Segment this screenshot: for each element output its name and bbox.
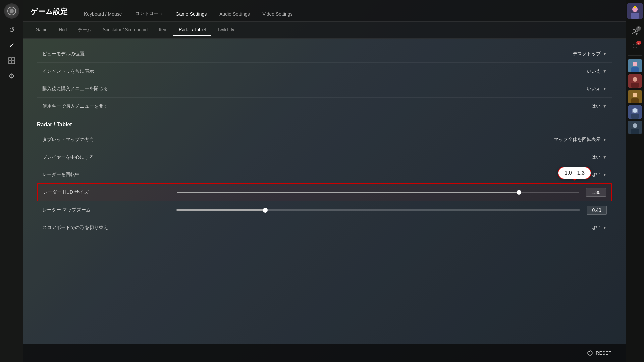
chevron-down-icon-2: ▼ (603, 69, 607, 74)
reset-label: RESET (596, 350, 611, 356)
tab-video-settings[interactable]: Video Settings (257, 11, 299, 21)
dropdown-tablet-map-direction[interactable]: マップ全体を回転表示 ▼ (554, 137, 607, 143)
svg-rect-24 (631, 114, 639, 119)
gear-sidebar-icon[interactable]: ⚙ (5, 70, 18, 82)
label-radar-hud-size: レーダー HUD サイズ (43, 189, 170, 195)
label-rotate-radar: レーダーを回転中 (42, 172, 591, 178)
dropdown-rotate-radar[interactable]: はい ▼ (591, 172, 607, 178)
players-icon[interactable]: 6 (628, 26, 642, 38)
svg-rect-4 (9, 61, 11, 64)
setting-close-buy-menu: 購入後に購入メニューを閉じる いいえ ▼ (37, 80, 612, 98)
right-sidebar: 6 ? (626, 0, 644, 362)
slider-track-zoom[interactable] (176, 209, 580, 211)
svg-point-12 (634, 45, 636, 47)
label-view-model-position: ビューモデルの位置 (42, 51, 573, 57)
chevron-down-icon-8: ▼ (603, 225, 607, 230)
svg-rect-28 (631, 129, 639, 134)
subtab-item[interactable]: Item (154, 24, 173, 36)
tab-audio-settings[interactable]: Audio Settings (213, 11, 256, 21)
tooltip-balloon: 1.0—1.3 (558, 167, 591, 179)
dropdown-open-buy-menu-key[interactable]: はい ▼ (591, 103, 607, 109)
question-badge: ? (636, 41, 641, 45)
subtab-radar[interactable]: Radar / Tablet (173, 24, 211, 36)
slider-track-hud[interactable] (177, 192, 579, 193)
slider-thumb-zoom[interactable] (263, 208, 268, 213)
slider-track-area-hud (170, 192, 586, 193)
svg-rect-25 (632, 109, 638, 113)
svg-rect-8 (631, 13, 639, 19)
svg-rect-3 (12, 58, 15, 60)
chevron-down-icon-3: ▼ (603, 86, 607, 91)
inventory-sidebar-icon[interactable] (5, 54, 18, 67)
avatar-player-3[interactable] (628, 90, 642, 103)
slider-fill-zoom (176, 209, 265, 211)
svg-rect-21 (631, 98, 639, 103)
chevron-down-icon-7: ▼ (603, 172, 607, 177)
subtab-twitch[interactable]: Twitch.tv (212, 24, 240, 36)
label-scoreboard-shape: スコアボードでの形を切り替え (42, 225, 591, 231)
slider-fill-hud (177, 192, 519, 193)
setting-rotate-radar: レーダーを回転中 はい ▼ (37, 166, 612, 183)
avatar-player-5[interactable] (628, 121, 642, 134)
svg-point-10 (633, 29, 636, 32)
slider-track-area-zoom (170, 209, 587, 211)
tab-keyboard-mouse[interactable]: Keyboard / Mouse (78, 11, 128, 21)
setting-scoreboard-shape: スコアボードでの形を切り替え はい ▼ (37, 219, 612, 236)
svg-rect-18 (631, 83, 639, 88)
check-sidebar-icon[interactable]: ✓ (5, 39, 18, 52)
tab-game-settings[interactable]: Game Settings (170, 11, 213, 21)
chevron-down-icon: ▼ (603, 52, 607, 56)
reset-button[interactable]: RESET (583, 347, 615, 359)
players-count-badge: 6 (636, 26, 641, 31)
sidebar-divider-2 (628, 55, 642, 56)
chevron-down-icon-4: ▼ (603, 104, 607, 109)
app-logo[interactable] (4, 3, 19, 19)
settings-gear-icon[interactable]: ? (628, 40, 642, 52)
chevron-down-icon-5: ▼ (603, 137, 607, 142)
avatar-player-1[interactable] (628, 59, 642, 72)
slider-thumb-hud[interactable] (517, 190, 521, 195)
svg-point-17 (633, 77, 637, 82)
label-close-buy-menu: 購入後に購入メニューを閉じる (42, 86, 587, 92)
setting-radar-hud-size: レーダー HUD サイズ 1.30 1.0—1.3 (37, 183, 612, 201)
sidebar-divider-1 (628, 22, 642, 22)
bottom-bar: RESET (23, 344, 626, 362)
settings-content: ビューモデルの位置 デスクトップ ▼ インベントリを常に表示 いいえ ▼ 購入後… (23, 39, 626, 344)
svg-point-27 (633, 123, 637, 128)
tab-controller[interactable]: コントローラ (129, 11, 169, 21)
sub-nav: Game Hud チーム Spectator / Scoreboard Item… (23, 22, 626, 39)
setting-inventory-always-show: インベントリを常に表示 いいえ ▼ (37, 63, 612, 80)
subtab-spectator[interactable]: Spectator / Scoreboard (97, 24, 153, 36)
reset-icon (587, 350, 593, 356)
avatar-player-4[interactable] (628, 105, 642, 119)
avatar-player-2[interactable] (628, 74, 642, 88)
dropdown-scoreboard-shape[interactable]: はい ▼ (591, 225, 607, 231)
svg-rect-2 (9, 58, 11, 60)
top-nav: ゲーム設定 Keyboard / Mouse コントローラ Game Setti… (23, 0, 626, 22)
svg-point-20 (633, 93, 637, 97)
main-tabs: Keyboard / Mouse コントローラ Game Settings Au… (78, 0, 299, 21)
label-tablet-map-direction: タブレットマップの方向 (42, 137, 554, 143)
setting-tablet-map-direction: タブレットマップの方向 マップ全体を回転表示 ▼ (37, 131, 612, 148)
dropdown-inventory-always-show[interactable]: いいえ ▼ (587, 68, 607, 74)
refresh-sidebar-icon[interactable]: ↺ (5, 23, 18, 36)
dropdown-close-buy-menu[interactable]: いいえ ▼ (587, 86, 607, 92)
subtab-team[interactable]: チーム (73, 24, 97, 36)
subtab-hud[interactable]: Hud (53, 24, 72, 36)
setting-view-model-position: ビューモデルの位置 デスクトップ ▼ (37, 45, 612, 63)
label-radar-map-zoom: レーダー マップズーム (42, 207, 170, 213)
setting-open-buy-menu-key: 使用キーで購入メニューを開く はい ▼ (37, 98, 612, 115)
svg-point-1 (10, 9, 14, 13)
svg-rect-5 (12, 61, 15, 64)
player-avatar[interactable] (627, 3, 643, 19)
svg-rect-15 (631, 67, 639, 72)
slider-value-zoom: 0.40 (587, 206, 607, 215)
label-open-buy-menu-key: 使用キーで購入メニューを開く (42, 103, 591, 109)
radar-section-header: Radar / Tablet (37, 115, 612, 131)
page-title: ゲーム設定 (30, 7, 68, 21)
subtab-game[interactable]: Game (30, 24, 53, 36)
dropdown-view-model-position[interactable]: デスクトップ ▼ (573, 51, 607, 57)
left-sidebar: ↺ ✓ ⚙ (0, 0, 23, 362)
label-center-on-player: プレイヤーを中心にする (42, 154, 591, 160)
dropdown-center-on-player[interactable]: はい ▼ (591, 154, 607, 160)
